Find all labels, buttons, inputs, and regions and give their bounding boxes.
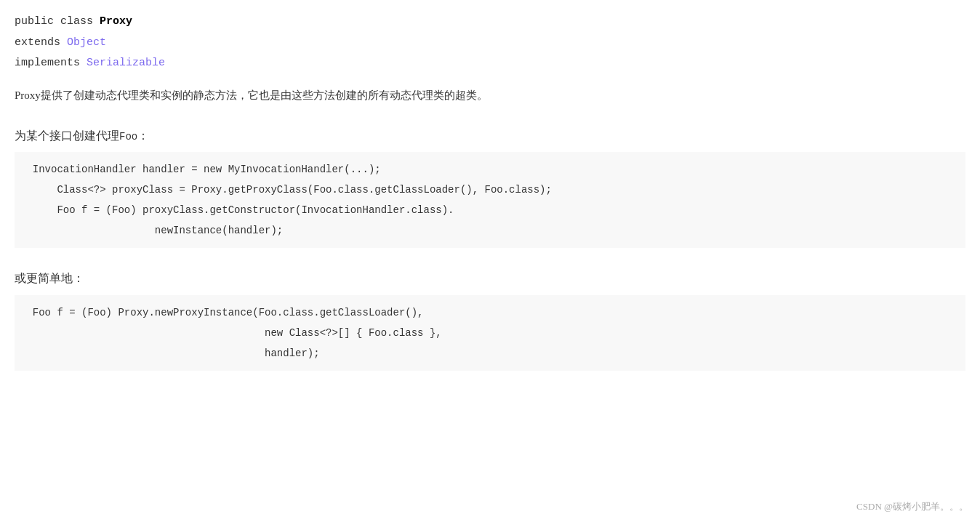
public-keyword: public class xyxy=(15,15,100,28)
extends-line: extends Object xyxy=(15,33,965,54)
extends-keyword: extends xyxy=(15,36,67,49)
code2-line2: new Class<?>[] { Foo.class }, xyxy=(15,323,965,343)
implements-class: Serializable xyxy=(87,57,165,69)
section1-title: 为某个接口创建代理Foo： xyxy=(15,126,965,147)
watermark: CSDN @碳烤小肥羊。。。 xyxy=(856,500,968,513)
description-text: Proxy提供了创建动态代理类和实例的静态方法，它也是由这些方法创建的所有动态代… xyxy=(15,89,488,101)
class-declaration-line: public class Proxy xyxy=(15,12,965,33)
section2-title-text: 或更简单地： xyxy=(15,272,84,284)
implements-line: implements Serializable xyxy=(15,53,965,74)
class-header: public class Proxy extends Object implem… xyxy=(15,12,965,74)
code1-line2: Class<?> proxyClass = Proxy.getProxyClas… xyxy=(15,180,965,200)
description-section: Proxy提供了创建动态代理类和实例的静态方法，它也是由这些方法创建的所有动态代… xyxy=(15,86,965,105)
section1-title-suffix: ： xyxy=(137,129,149,142)
code-block-2: Foo f = (Foo) Proxy.newProxyInstance(Foo… xyxy=(15,295,965,371)
extends-class: Object xyxy=(67,36,106,49)
code1-line1: InvocationHandler handler = new MyInvoca… xyxy=(15,159,965,180)
code-block-1: InvocationHandler handler = new MyInvoca… xyxy=(15,152,965,248)
section1-title-inline: Foo xyxy=(119,131,137,142)
code2-line1: Foo f = (Foo) Proxy.newProxyInstance(Foo… xyxy=(15,302,965,323)
section1-title-prefix: 为某个接口创建代理 xyxy=(15,129,119,142)
code1-line3: Foo f = (Foo) proxyClass.getConstructor(… xyxy=(15,200,965,220)
implements-keyword: implements xyxy=(15,57,87,69)
code1-line4: newInstance(handler); xyxy=(15,220,965,241)
section2-title: 或更简单地： xyxy=(15,268,965,289)
code2-line3: handler); xyxy=(15,343,965,364)
class-name: Proxy xyxy=(100,15,132,28)
